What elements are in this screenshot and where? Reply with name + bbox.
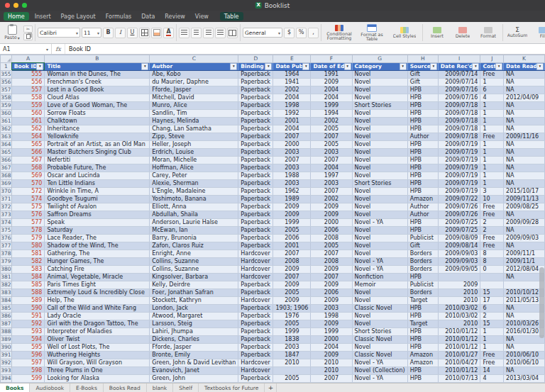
vertical-scrollbar[interactable]: [539, 267, 544, 338]
fill-button[interactable]: Fill: [531, 27, 545, 39]
cell[interactable]: 2009: [438, 281, 480, 289]
cell[interactable]: 2010/01/27: [438, 351, 480, 359]
cell[interactable]: Novel: [352, 320, 407, 327]
cell[interactable]: 6: [480, 86, 504, 94]
cell[interactable]: 2009/07/18: [438, 133, 480, 140]
tab-insert[interactable]: Insert: [31, 12, 55, 21]
cell[interactable]: HPB: [407, 374, 438, 382]
cell[interactable]: Paperback: [238, 335, 273, 343]
delete-button[interactable]: Delete: [451, 27, 475, 39]
cell[interactable]: 1847: [273, 351, 311, 359]
cell[interactable]: 1999: [311, 101, 352, 109]
column-header-h[interactable]: H: [407, 55, 438, 63]
cell[interactable]: 2010: [438, 296, 480, 304]
cell[interactable]: 584: [11, 273, 45, 281]
cell[interactable]: 2004: [311, 343, 352, 351]
cell[interactable]: 2008: [273, 257, 311, 265]
cell[interactable]: Love of a Good Woman, The: [45, 101, 150, 109]
cell[interactable]: Paperback: [238, 281, 273, 289]
cell[interactable]: Paperback: [238, 320, 273, 327]
cell[interactable]: Paperback: [238, 218, 273, 226]
cell[interactable]: 2007: [311, 187, 352, 195]
cell[interactable]: Novel: [352, 156, 407, 164]
column-header-j[interactable]: J: [480, 55, 504, 63]
row-header-359[interactable]: 359: [1, 101, 12, 109]
cell[interactable]: Lahiri, Jhumpa: [150, 327, 238, 335]
cell[interactable]: 2: [480, 312, 504, 320]
cell[interactable]: 2005: [273, 289, 311, 296]
sheet-tab-audiobook[interactable]: Audiobook: [30, 383, 70, 392]
cell[interactable]: Anderson, Laurie Halse: [150, 218, 238, 226]
cell[interactable]: Novel - YA: [352, 265, 407, 273]
cell[interactable]: 2009/09/03: [438, 250, 480, 257]
cell[interactable]: London, Jack: [150, 304, 238, 312]
cell[interactable]: Erdrich, Louise: [150, 148, 238, 156]
filter-dropdown-icon[interactable]: ▾: [141, 63, 148, 70]
cell[interactable]: 585: [11, 281, 45, 289]
cell[interactable]: Memoir: [352, 281, 407, 289]
cell[interactable]: Paperback: [238, 242, 273, 250]
cell[interactable]: NA: [504, 101, 545, 109]
cell[interactable]: 1: [480, 148, 504, 156]
cell[interactable]: NA: [504, 366, 545, 374]
filter-dropdown-icon[interactable]: ▾: [302, 63, 309, 70]
cell[interactable]: Paperback: [238, 101, 273, 109]
cell[interactable]: 15: [480, 320, 504, 327]
cell[interactable]: 2004: [311, 164, 352, 172]
cell[interactable]: 599: [11, 374, 45, 382]
cell[interactable]: 598: [11, 366, 45, 374]
cell[interactable]: [273, 366, 311, 374]
cell[interactable]: Atwood, Margaret: [150, 312, 238, 320]
column-header-e[interactable]: E: [273, 55, 311, 63]
cell[interactable]: 2006: [273, 234, 311, 242]
cell[interactable]: 2009: [273, 265, 311, 273]
row-header-374[interactable]: 374: [1, 218, 12, 226]
cell[interactable]: HPB: [407, 125, 438, 133]
cell[interactable]: Hardcover: [238, 296, 273, 304]
cell[interactable]: Twilight of Avalon: [45, 203, 150, 211]
cell[interactable]: Paperback: [238, 234, 273, 242]
cell[interactable]: Alexie, Sherman: [150, 179, 238, 187]
row-header-366[interactable]: 366: [1, 156, 12, 164]
cell[interactable]: 2009/07/14: [438, 70, 480, 78]
cell[interactable]: Paperback: [238, 94, 273, 101]
cell[interactable]: Novel: [352, 211, 407, 218]
column-header-b[interactable]: B: [45, 55, 150, 63]
cell[interactable]: Paris Times Eight: [45, 281, 150, 289]
cell[interactable]: HPB: [407, 335, 438, 343]
cell[interactable]: 2009/09/03: [504, 234, 545, 242]
cell[interactable]: L'Engle, Madaleine: [150, 187, 238, 195]
row-header-380[interactable]: 380: [1, 265, 12, 273]
minimize-button[interactable]: [13, 3, 18, 8]
cell[interactable]: Novel: [352, 78, 407, 86]
row-header-365[interactable]: 365: [1, 148, 12, 156]
cell[interactable]: 2009/07/19: [438, 148, 480, 156]
row-header-383[interactable]: 383: [1, 289, 12, 296]
cell[interactable]: 580: [11, 242, 45, 250]
cell[interactable]: Paperback: [238, 125, 273, 133]
cell[interactable]: Animal, Vegetable, Miracle: [45, 273, 150, 281]
fullscreen-button[interactable]: [22, 3, 27, 8]
cell[interactable]: NA: [504, 273, 545, 281]
table-header-book-id[interactable]: Book ID▾: [11, 62, 45, 70]
cell[interactable]: Hardcover: [238, 250, 273, 257]
row-header-372[interactable]: 372: [1, 203, 12, 211]
cell[interactable]: 2009/07/19: [438, 179, 480, 187]
cell[interactable]: HPB: [407, 94, 438, 101]
cell[interactable]: Catching Fire: [45, 265, 150, 273]
cell[interactable]: 595: [11, 343, 45, 351]
comma-button[interactable]: ,: [308, 28, 319, 38]
cell[interactable]: 17: [480, 296, 504, 304]
cell[interactable]: NA: [504, 242, 545, 250]
cell[interactable]: Kelly, Deirdre: [150, 281, 238, 289]
cell[interactable]: 559: [11, 101, 45, 109]
cell[interactable]: 2009/07/18: [438, 109, 480, 117]
cell[interactable]: NA: [504, 140, 545, 148]
cell[interactable]: Novel: [352, 234, 407, 242]
cell[interactable]: 2010/07/13: [438, 374, 480, 382]
align-center-button[interactable]: [191, 28, 202, 38]
cell[interactable]: Novel - YA: [352, 218, 407, 226]
cell[interactable]: Girl with the Dragon Tattoo, The: [45, 320, 150, 327]
cell[interactable]: 581: [11, 250, 45, 257]
cell[interactable]: 2009/11/13: [504, 195, 545, 203]
